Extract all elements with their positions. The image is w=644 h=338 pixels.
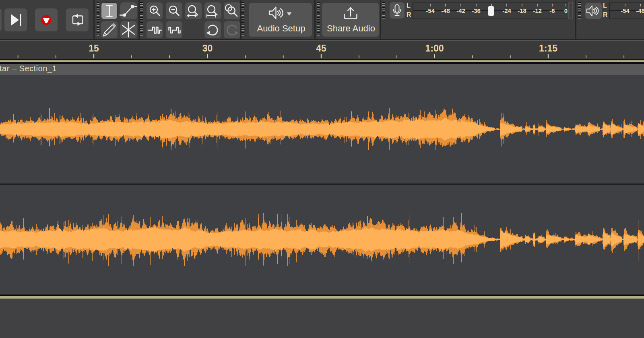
svg-text:-54: -54 bbox=[426, 7, 435, 14]
svg-text:-54: -54 bbox=[621, 7, 630, 14]
svg-text:L: L bbox=[603, 2, 607, 9]
svg-text:45: 45 bbox=[316, 43, 326, 54]
svg-text:R: R bbox=[603, 11, 608, 18]
svg-text:15: 15 bbox=[89, 43, 99, 54]
svg-text:-42: -42 bbox=[456, 7, 465, 14]
svg-text:L: L bbox=[407, 2, 411, 9]
svg-text:1:00: 1:00 bbox=[425, 43, 444, 54]
svg-text:-6: -6 bbox=[549, 7, 555, 14]
svg-text:R: R bbox=[407, 11, 411, 18]
svg-text:-36: -36 bbox=[472, 7, 481, 14]
svg-text:-18: -18 bbox=[518, 7, 526, 14]
svg-text:1:15: 1:15 bbox=[539, 43, 557, 54]
svg-text:-12: -12 bbox=[533, 7, 542, 14]
svg-text:-48: -48 bbox=[636, 7, 644, 14]
svg-text:-48: -48 bbox=[441, 7, 450, 14]
svg-text:-24: -24 bbox=[502, 7, 511, 14]
svg-text:30: 30 bbox=[202, 43, 213, 54]
svg-text:0: 0 bbox=[564, 7, 568, 14]
